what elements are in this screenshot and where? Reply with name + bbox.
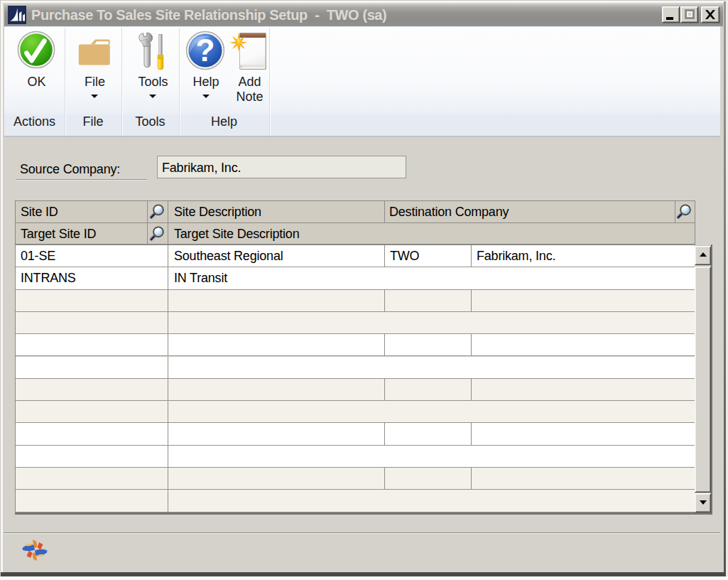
svg-text:?: ? — [196, 33, 215, 68]
